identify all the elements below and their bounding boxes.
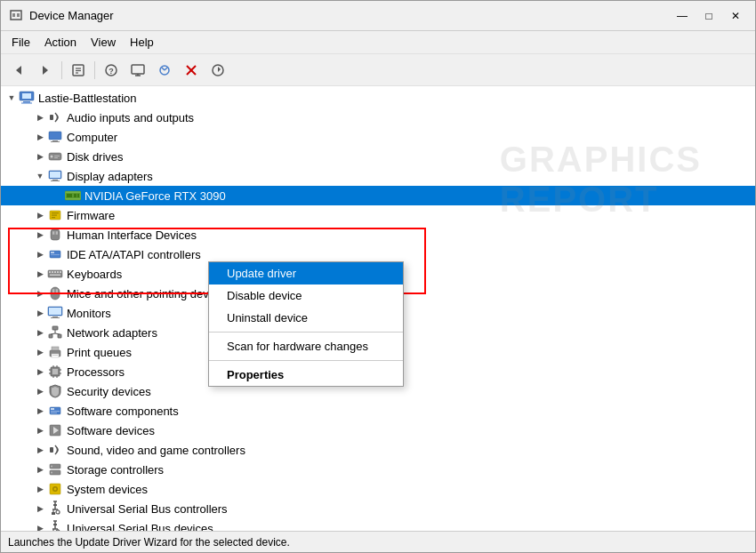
- tree-item-softcomp[interactable]: ▶ Software components: [1, 401, 755, 421]
- svg-text:?: ?: [109, 67, 114, 76]
- back-button[interactable]: [6, 58, 31, 83]
- svg-rect-56: [54, 271, 56, 273]
- tree-item-sound[interactable]: ▶ Sound, video and game controllers: [1, 440, 755, 460]
- tree-item-softdev[interactable]: ▶ Software devices: [1, 421, 755, 440]
- security-label: Security devices: [67, 385, 151, 398]
- update-toolbar-button[interactable]: [205, 58, 230, 83]
- statusbar: Launches the Update Driver Wizard for th…: [1, 531, 755, 552]
- tree-item-usb[interactable]: ▶ Universal Serial Bus controllers: [1, 499, 755, 518]
- display-label: Display adapters: [67, 170, 153, 183]
- content-area: ▼ Lastie-Battlestation ▶: [1, 86, 755, 531]
- expand-softcomp-icon: ▶: [33, 406, 47, 415]
- menu-action[interactable]: Action: [37, 33, 84, 52]
- titlebar: Device Manager — □ ✕: [1, 1, 755, 31]
- tree-item-system[interactable]: ▶ System devices: [1, 479, 755, 499]
- computer-icon: [19, 90, 35, 106]
- svg-marker-3: [16, 66, 21, 75]
- expand-print-icon: ▶: [33, 348, 47, 357]
- context-menu-properties[interactable]: Properties: [209, 364, 403, 386]
- mouse-icon: [47, 285, 63, 301]
- mice-label: Mice and other pointing dev...: [67, 287, 218, 301]
- svg-rect-40: [74, 194, 76, 197]
- help-toolbar-button[interactable]: ?: [99, 58, 124, 83]
- svg-line-72: [51, 333, 55, 334]
- remove-toolbar-button[interactable]: [179, 58, 204, 83]
- context-menu-disable[interactable]: Disable device: [209, 285, 403, 307]
- context-menu: Update driver Disable device Uninstall d…: [208, 261, 404, 387]
- computer-label: Computer: [67, 131, 117, 144]
- hid-icon: [47, 227, 63, 243]
- svg-rect-25: [50, 115, 53, 120]
- svg-rect-65: [49, 308, 61, 315]
- forward-button[interactable]: [33, 58, 58, 83]
- tree-item-usbdev[interactable]: ▶ Universal Serial Bus devices: [1, 518, 755, 531]
- network-icon: [47, 325, 63, 341]
- menu-help[interactable]: Help: [123, 33, 161, 52]
- minimize-button[interactable]: —: [670, 6, 695, 26]
- maximize-button[interactable]: □: [696, 6, 721, 26]
- svg-rect-31: [54, 156, 60, 156]
- context-menu-sep2: [209, 360, 403, 361]
- svg-rect-66: [52, 317, 58, 317]
- svg-rect-68: [52, 326, 58, 330]
- usb-label: Universal Serial Bus controllers: [67, 502, 228, 516]
- expand-usb-icon: ▶: [33, 504, 47, 513]
- svg-rect-26: [49, 132, 61, 140]
- menu-view[interactable]: View: [84, 33, 123, 52]
- sound-label: Sound, video and game controllers: [67, 444, 245, 457]
- context-menu-scan[interactable]: Scan for hardware changes: [209, 335, 403, 357]
- tree-item-disk[interactable]: ▶ Disk drives: [1, 147, 755, 166]
- gpu-icon: [65, 188, 81, 204]
- svg-rect-51: [51, 252, 54, 253]
- expand-firmware-icon: ▶: [33, 211, 47, 220]
- tree-item-computer[interactable]: ▶ Computer: [1, 127, 755, 147]
- svg-rect-45: [52, 217, 55, 218]
- svg-point-115: [56, 530, 60, 531]
- svg-rect-34: [50, 172, 60, 178]
- svg-rect-52: [51, 254, 60, 255]
- softcomp-icon: [47, 403, 63, 419]
- tree-item-audio[interactable]: ▶ Audio inputs and outputs: [1, 108, 755, 127]
- window-title: Device Manager: [29, 9, 670, 22]
- audio-label: Audio inputs and outputs: [67, 111, 194, 124]
- expand-ide-icon: ▶: [33, 250, 47, 259]
- expand-sound-icon: ▶: [33, 445, 47, 454]
- expand-storage-icon: ▶: [33, 465, 47, 474]
- properties-toolbar-button[interactable]: [66, 58, 91, 83]
- display-toolbar-button[interactable]: [125, 58, 150, 83]
- svg-rect-58: [60, 271, 61, 273]
- svg-rect-0: [11, 11, 21, 20]
- svg-marker-4: [43, 66, 48, 75]
- monitors-label: Monitors: [67, 307, 111, 320]
- svg-rect-24: [21, 103, 32, 104]
- menu-file[interactable]: File: [4, 33, 37, 52]
- svg-rect-36: [51, 180, 60, 181]
- svg-rect-104: [52, 512, 55, 515]
- audio-icon: [47, 109, 63, 125]
- keyboard-icon: [47, 266, 63, 282]
- expand-processors-icon: ▶: [33, 367, 47, 376]
- tree-item-display[interactable]: ▼ Display adapters: [1, 166, 755, 186]
- scan-toolbar-button[interactable]: [152, 58, 177, 83]
- tree-item-hid[interactable]: ▶ Human Interface Devices: [1, 225, 755, 244]
- context-menu-uninstall[interactable]: Uninstall device: [209, 307, 403, 329]
- svg-rect-79: [52, 369, 58, 374]
- svg-rect-39: [67, 194, 72, 197]
- svg-rect-47: [52, 231, 54, 235]
- security-icon: [47, 383, 63, 399]
- keyboards-label: Keyboards: [67, 268, 122, 281]
- svg-rect-32: [54, 157, 58, 158]
- tree-item-storage[interactable]: ▶ Storage controllers: [1, 460, 755, 479]
- status-text: Launches the Update Driver Wizard for th…: [8, 536, 290, 549]
- expand-disk-icon: ▶: [33, 152, 47, 161]
- close-button[interactable]: ✕: [723, 6, 748, 26]
- context-menu-update[interactable]: Update driver: [209, 262, 403, 285]
- expand-display-icon: ▼: [33, 172, 47, 180]
- tree-item-nvidia[interactable]: NVIDIA GeForce RTX 3090: [1, 186, 755, 205]
- tree-item-firmware[interactable]: ▶ Firmware: [1, 205, 755, 225]
- firmware-label: Firmware: [67, 209, 115, 222]
- tree-root[interactable]: ▼ Lastie-Battlestation: [1, 88, 755, 108]
- ide-label: IDE ATA/ATAPI controllers: [67, 248, 201, 261]
- svg-rect-22: [22, 93, 31, 99]
- usbdev-label: Universal Serial Bus devices: [67, 522, 213, 532]
